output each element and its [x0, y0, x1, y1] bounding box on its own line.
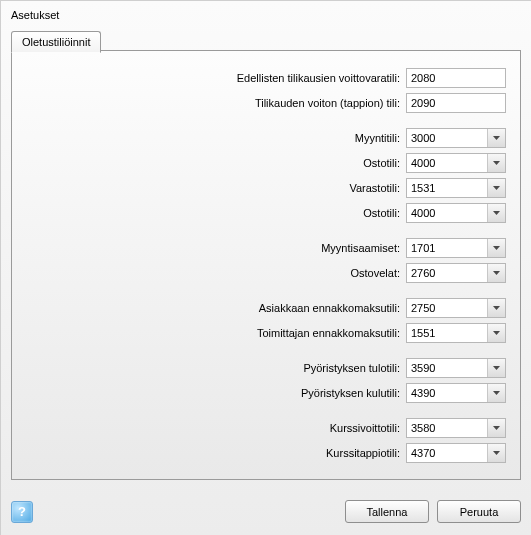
label-inventory: Varastotili: — [12, 182, 406, 194]
footer: ? Tallenna Peruuta — [11, 500, 521, 523]
label-rounding-expense: Pyöristyksen kulutili: — [12, 387, 406, 399]
chevron-down-icon[interactable] — [487, 419, 505, 437]
svg-marker-0 — [493, 136, 500, 140]
tab-default-accounts[interactable]: Oletustiliöinnit — [11, 31, 101, 53]
input-prev-profit[interactable] — [406, 68, 506, 88]
input-period-profit[interactable] — [406, 93, 506, 113]
combo-rounding-income[interactable] — [406, 358, 506, 378]
tab-label: Oletustiliöinnit — [22, 36, 90, 48]
chevron-down-icon[interactable] — [487, 299, 505, 317]
combo-purchase[interactable] — [406, 153, 506, 173]
label-sales: Myyntitili: — [12, 132, 406, 144]
chevron-down-icon[interactable] — [487, 179, 505, 197]
chevron-down-icon[interactable] — [487, 324, 505, 342]
svg-marker-1 — [493, 161, 500, 165]
label-purchase2: Ostotili: — [12, 207, 406, 219]
svg-marker-2 — [493, 186, 500, 190]
combo-inventory[interactable] — [406, 178, 506, 198]
chevron-down-icon[interactable] — [487, 154, 505, 172]
combo-cust-advance[interactable] — [406, 298, 506, 318]
combo-fx-gain[interactable] — [406, 418, 506, 438]
tab-panel: Edellisten tilikausien voittovaratili: T… — [11, 50, 521, 480]
svg-marker-4 — [493, 246, 500, 250]
help-icon[interactable]: ? — [11, 501, 33, 523]
label-period-profit: Tilikauden voiton (tappion) tili: — [12, 97, 406, 109]
chevron-down-icon[interactable] — [487, 359, 505, 377]
label-cust-advance: Asiakkaan ennakkomaksutili: — [12, 302, 406, 314]
svg-marker-5 — [493, 271, 500, 275]
combo-sales[interactable] — [406, 128, 506, 148]
chevron-down-icon[interactable] — [487, 444, 505, 462]
combo-purchase2[interactable] — [406, 203, 506, 223]
settings-window: Asetukset Oletustiliöinnit Edellisten ti… — [0, 0, 531, 535]
svg-marker-8 — [493, 366, 500, 370]
combo-fx-loss[interactable] — [406, 443, 506, 463]
label-fx-loss: Kurssitappiotili: — [12, 447, 406, 459]
chevron-down-icon[interactable] — [487, 204, 505, 222]
label-receivables: Myyntisaamiset: — [12, 242, 406, 254]
combo-supp-advance[interactable] — [406, 323, 506, 343]
svg-marker-7 — [493, 331, 500, 335]
svg-marker-3 — [493, 211, 500, 215]
help-symbol: ? — [18, 504, 26, 519]
cancel-button[interactable]: Peruuta — [437, 500, 521, 523]
svg-marker-11 — [493, 451, 500, 455]
label-purchase: Ostotili: — [12, 157, 406, 169]
combo-payables[interactable] — [406, 263, 506, 283]
label-supp-advance: Toimittajan ennakkomaksutili: — [12, 327, 406, 339]
chevron-down-icon[interactable] — [487, 129, 505, 147]
tabstrip: Oletustiliöinnit — [11, 31, 521, 51]
window-title: Asetukset — [11, 9, 521, 21]
label-rounding-income: Pyöristyksen tulotili: — [12, 362, 406, 374]
svg-marker-6 — [493, 306, 500, 310]
svg-marker-9 — [493, 391, 500, 395]
chevron-down-icon[interactable] — [487, 264, 505, 282]
combo-rounding-expense[interactable] — [406, 383, 506, 403]
label-payables: Ostovelat: — [12, 267, 406, 279]
label-prev-profit: Edellisten tilikausien voittovaratili: — [12, 72, 406, 84]
combo-receivables[interactable] — [406, 238, 506, 258]
svg-marker-10 — [493, 426, 500, 430]
label-fx-gain: Kurssivoittotili: — [12, 422, 406, 434]
chevron-down-icon[interactable] — [487, 239, 505, 257]
chevron-down-icon[interactable] — [487, 384, 505, 402]
save-button[interactable]: Tallenna — [345, 500, 429, 523]
